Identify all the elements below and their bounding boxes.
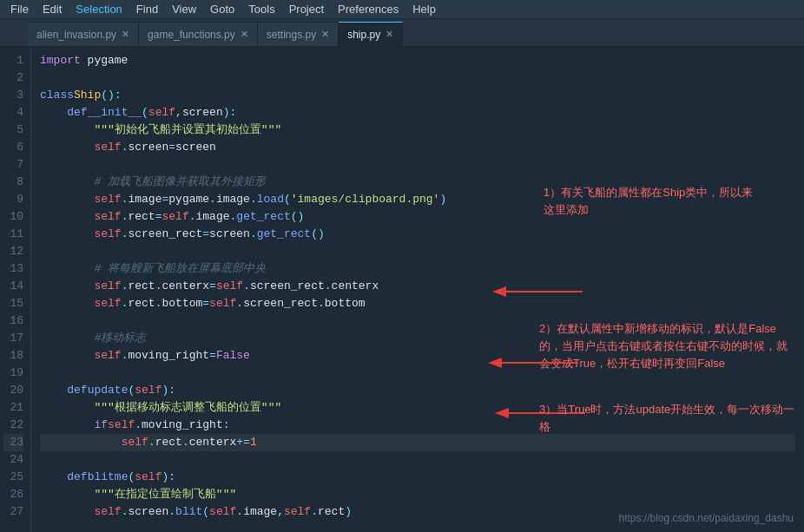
- tab-close-alien[interactable]: ✕: [122, 29, 129, 40]
- code-line-3: class Ship():: [40, 87, 795, 104]
- tab-ship[interactable]: ship.py ✕: [339, 22, 403, 46]
- tab-close-ship[interactable]: ✕: [386, 29, 393, 40]
- menu-help[interactable]: Help: [405, 1, 443, 17]
- editor: 1 2 3 4 5 6 7 8 9 10 11 12 13 14 15 16 1…: [0, 47, 804, 532]
- code-line-7: [40, 156, 795, 174]
- code-line-12: [40, 243, 795, 260]
- code-line-2: [40, 69, 795, 87]
- tab-alien-invasion[interactable]: alien_invasion.py ✕: [28, 22, 139, 46]
- tab-close-settings[interactable]: ✕: [321, 29, 329, 40]
- tab-label: game_functions.py: [148, 29, 235, 41]
- code-line-20: def update(self):: [40, 382, 795, 399]
- tab-game-functions[interactable]: game_functions.py ✕: [139, 22, 258, 46]
- code-line-15: self.rect.bottom = self.screen_rect.bott…: [40, 295, 795, 312]
- menu-find[interactable]: Find: [129, 1, 165, 17]
- code-line-1: import pygame: [40, 52, 795, 69]
- code-line-8: # 加载飞船图像并获取其外接矩形: [40, 174, 795, 191]
- menu-project[interactable]: Project: [282, 1, 331, 17]
- tab-close-game[interactable]: ✕: [241, 29, 248, 40]
- tab-bar: alien_invasion.py ✕ game_functions.py ✕ …: [0, 19, 804, 47]
- code-line-23: self.rect.centerx += 1: [40, 434, 795, 451]
- code-line-21: """根据移动标志调整飞船的位置""": [40, 399, 795, 417]
- code-line-11: self.screen_rect = screen.get_rect(): [40, 226, 795, 243]
- code-line-24: [40, 451, 795, 469]
- code-line-18: self.moving_right = False: [40, 347, 795, 365]
- code-line-14: self.rect.centerx = self.screen_rect.cen…: [40, 278, 795, 295]
- code-line-26: """在指定位置绘制飞船""": [40, 486, 795, 503]
- menu-view[interactable]: View: [165, 1, 203, 17]
- code-line-6: self.screen = screen: [40, 139, 795, 156]
- code-area[interactable]: import pygame class Ship(): def __init__…: [31, 47, 804, 532]
- code-line-13: # 将每艘新飞船放在屏幕底部中央: [40, 260, 795, 278]
- code-line-17: #移动标志: [40, 330, 795, 347]
- tab-label: ship.py: [347, 29, 380, 41]
- menu-edit[interactable]: Edit: [36, 1, 69, 17]
- menu-file[interactable]: File: [3, 1, 36, 17]
- tab-label: alien_invasion.py: [36, 29, 116, 41]
- menu-tools[interactable]: Tools: [241, 1, 281, 17]
- watermark: https://blog.csdn.net/paidaxing_dashu: [619, 509, 794, 527]
- tab-settings[interactable]: settings.py ✕: [258, 22, 339, 46]
- menu-goto[interactable]: Goto: [203, 1, 241, 17]
- code-line-22: if self.moving_right:: [40, 417, 795, 434]
- tab-label: settings.py: [267, 29, 316, 41]
- code-line-9: self.image = pygame.image.load('images/c…: [40, 191, 795, 208]
- code-line-10: self.rect = self.image.get_rect(): [40, 208, 795, 226]
- menu-bar: File Edit Selection Find View Goto Tools…: [0, 0, 804, 19]
- menu-preferences[interactable]: Preferences: [331, 1, 405, 17]
- code-line-19: [40, 365, 795, 382]
- code-line-25: def blitme(self):: [40, 469, 795, 486]
- line-numbers: 1 2 3 4 5 6 7 8 9 10 11 12 13 14 15 16 1…: [0, 47, 31, 532]
- code-line-5: """初始化飞船并设置其初始位置""": [40, 122, 795, 139]
- code-line-16: [40, 312, 795, 330]
- menu-selection[interactable]: Selection: [69, 1, 129, 17]
- code-line-4: def __init__(self, screen):: [40, 104, 795, 122]
